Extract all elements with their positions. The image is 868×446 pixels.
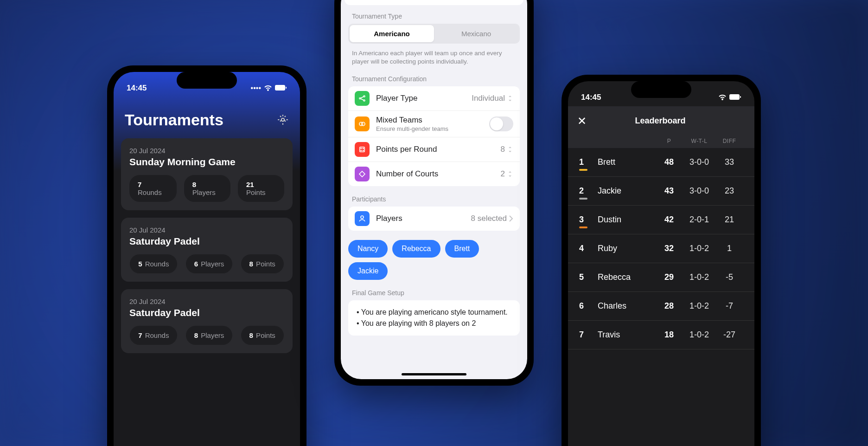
leaderboard-row[interactable]: 6 Charles 28 1-0-2 -7 — [568, 292, 754, 321]
player-name: Brett — [594, 157, 655, 167]
wifi-icon — [264, 85, 272, 91]
tournament-card[interactable]: 20 Jul 2024 Saturday Padel 7 Rounds 8 Pl… — [121, 289, 293, 353]
player-name: Rebecca — [594, 272, 655, 282]
row-title: Number of Courts — [376, 169, 494, 179]
player-chip[interactable]: Nancy — [348, 240, 388, 258]
points: 32 — [655, 244, 683, 253]
svg-rect-0 — [275, 85, 285, 90]
leaderboard-row[interactable]: 4 Ruby 32 1-0-2 1 — [568, 234, 754, 263]
wtl: 2-0-1 — [683, 215, 715, 225]
notch — [177, 72, 237, 89]
leaderboard-row[interactable]: 7 Travis 18 1-0-2 -27 — [568, 321, 754, 349]
share-icon — [355, 91, 370, 106]
row-player-type[interactable]: Player Type Individual — [348, 86, 520, 111]
toggle-mixed-teams[interactable] — [489, 116, 513, 131]
chevron-updown-icon — [507, 94, 513, 103]
battery-icon — [729, 94, 741, 100]
tournament-name: Saturday Padel — [129, 307, 284, 318]
diff: 21 — [715, 215, 743, 225]
wifi-icon — [718, 94, 727, 101]
player-chip[interactable]: Brett — [445, 240, 479, 258]
tournament-date: 20 Jul 2024 — [129, 297, 284, 305]
rank: 3 — [579, 215, 594, 225]
svg-rect-8 — [360, 147, 365, 152]
tournament-card[interactable]: 20 Jul 2024 Sunday Morning Game 7 Rounds… — [121, 138, 293, 210]
notch — [631, 81, 691, 98]
row-value: 2 — [501, 169, 505, 179]
diff: -5 — [715, 272, 743, 282]
svg-point-2 — [281, 118, 285, 122]
seg-americano[interactable]: Americano — [350, 25, 434, 42]
stat-rounds: 7 Rounds — [130, 326, 177, 345]
section-label-final: Final Game Setup — [341, 289, 527, 300]
points: 29 — [655, 272, 683, 282]
close-icon[interactable]: ✕ — [577, 115, 587, 128]
chevron-updown-icon — [507, 170, 513, 178]
col-p: P — [655, 138, 683, 144]
tournament-card[interactable]: 20 Jul 2024 Saturday Padel 5 Rounds 6 Pl… — [121, 218, 293, 282]
leaderboard-row[interactable]: 2 Jackie 43 3-0-0 23 — [568, 177, 754, 206]
status-time: 14:45 — [127, 84, 147, 93]
diff: 23 — [715, 186, 743, 196]
diff: -7 — [715, 301, 743, 311]
points: 48 — [655, 157, 683, 167]
svg-rect-15 — [740, 96, 741, 98]
points: 43 — [655, 186, 683, 196]
status-time: 14:45 — [581, 93, 601, 102]
tournament-name: Sunday Morning Game — [129, 156, 284, 168]
gear-icon[interactable] — [277, 114, 289, 126]
leaderboard-row[interactable]: 5 Rebecca 29 1-0-2 -5 — [568, 263, 754, 292]
stat-points: 8 Points — [241, 326, 284, 345]
section-label-type: Tournament Type — [341, 13, 527, 24]
player-name: Dustin — [594, 215, 655, 225]
svg-point-4 — [364, 96, 365, 97]
row-players[interactable]: Players 8 selected — [348, 207, 520, 231]
svg-point-9 — [361, 148, 362, 149]
wtl: 3-0-0 — [683, 157, 715, 167]
status-icons: •••• — [251, 84, 287, 92]
diff: -27 — [715, 330, 743, 340]
battery-icon — [275, 85, 287, 91]
row-value: Individual — [472, 94, 505, 103]
svg-point-12 — [363, 150, 364, 151]
row-number-of-courts[interactable]: Number of Courts 2 — [348, 162, 520, 186]
rank: 6 — [579, 301, 594, 311]
cellular-icon: •••• — [251, 84, 261, 92]
row-mixed-teams[interactable]: Mixed TeamsEnsure multi-gender teams — [348, 111, 520, 137]
leaderboard-title: Leaderboard — [587, 116, 734, 126]
phone-leaderboard: 14:45 ✕ Leaderboard P W-T-L DIFF 1 Brett… — [562, 75, 761, 446]
players-list: Players 8 selected — [348, 207, 520, 231]
tournament-stats: 7 Rounds 8 Players 8 Points — [129, 326, 284, 345]
tournament-stats: 7 Rounds 8 Players 21 Points — [129, 175, 284, 202]
stat-rounds: 7 Rounds — [129, 175, 177, 202]
home-indicator[interactable] — [402, 373, 466, 375]
svg-point-5 — [364, 100, 365, 101]
wtl: 1-0-2 — [683, 330, 715, 340]
player-chips: NancyRebeccaBrettJackie — [341, 240, 527, 289]
segmented-tournament-type[interactable]: Americano Mexicano — [348, 24, 520, 44]
phone-config: Tournament Type Americano Mexicano In Am… — [334, 0, 534, 386]
dice-icon — [355, 142, 370, 157]
stat-players: 8 Players — [184, 175, 230, 202]
stat-points: 8 Points — [241, 254, 284, 273]
row-title: Mixed Teams — [376, 116, 483, 125]
leaderboard-row[interactable]: 3 Dustin 42 2-0-1 21 — [568, 206, 754, 234]
page-title: Tournaments — [125, 111, 223, 129]
svg-point-10 — [363, 148, 364, 149]
stat-players: 8 Players — [186, 326, 233, 345]
svg-point-13 — [361, 216, 364, 219]
phone-tournaments: 14:45 •••• Tournaments 20 Jul 2024 Sunda… — [107, 65, 306, 446]
diff: 33 — [715, 157, 743, 167]
leaderboard-row[interactable]: 1 Brett 48 3-0-0 33 — [568, 148, 754, 177]
wtl: 1-0-2 — [683, 244, 715, 253]
row-title: Points per Round — [376, 145, 494, 154]
seg-mexicano[interactable]: Mexicano — [434, 25, 518, 42]
player-name: Ruby — [594, 244, 655, 253]
rank: 7 — [579, 330, 594, 340]
row-points-per-round[interactable]: Points per Round 8 — [348, 137, 520, 162]
player-chip[interactable]: Rebecca — [392, 240, 440, 258]
player-chip[interactable]: Jackie — [348, 262, 388, 280]
rank: 4 — [579, 244, 594, 253]
col-wtl: W-T-L — [683, 138, 715, 144]
wtl: 1-0-2 — [683, 301, 715, 311]
